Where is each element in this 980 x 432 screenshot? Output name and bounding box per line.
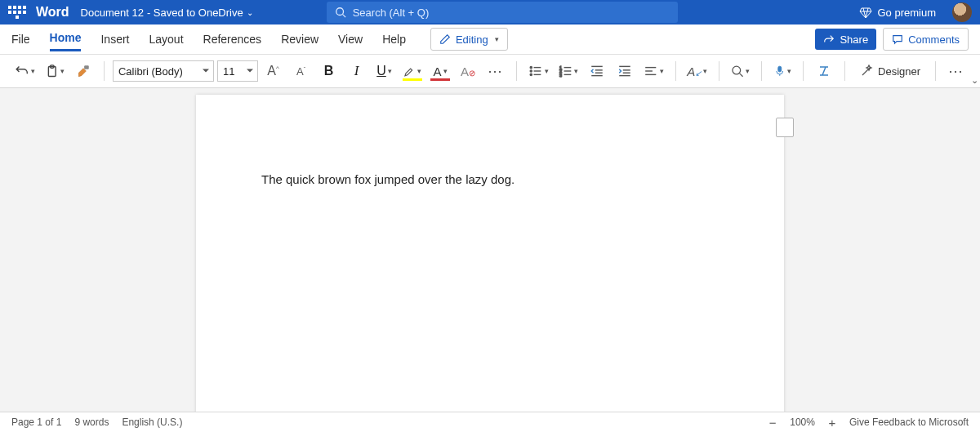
user-avatar[interactable] [952,2,972,22]
numbering-icon: 123 [559,64,573,78]
svg-text:3: 3 [559,73,562,78]
status-language[interactable]: English (U.S.) [122,416,182,428]
chevron-down-icon: ▾ [787,67,791,75]
svg-point-28 [733,66,741,74]
tab-layout[interactable]: Layout [149,29,183,49]
bullets-icon [528,64,543,78]
editor-button[interactable] [812,60,836,82]
ellipsis-icon: ⋯ [488,64,504,78]
zoom-out-button[interactable]: − [767,416,778,430]
zoom-in-button[interactable]: + [826,416,838,430]
italic-icon: I [354,63,359,79]
tab-references[interactable]: References [203,29,262,49]
editor-icon [817,65,831,78]
tab-view[interactable]: View [338,29,363,49]
tab-home[interactable]: Home [50,28,82,51]
comments-button[interactable]: Comments [883,28,969,51]
clipboard-icon [45,64,60,78]
ribbon-tab-row: File Home Insert Layout References Revie… [0,24,980,55]
decrease-font-button[interactable]: Aˇ [289,60,314,82]
more-font-options-button[interactable]: ⋯ [483,60,508,82]
align-button[interactable]: ▾ [640,60,667,82]
decrease-indent-button[interactable] [585,60,609,82]
highlight-color-bar [403,78,423,81]
document-body-text[interactable]: The quick brown fox jumped over the lazy… [261,172,719,186]
diamond-icon [859,6,872,19]
home-toolbar: ▾ ▾ Calibri (Body) 11 A^ Aˇ B I U ▾ ▾ [0,55,980,88]
designer-button[interactable]: Designer [853,60,927,82]
decrease-font-icon: Aˇ [296,65,305,78]
font-color-button[interactable]: A ▾ [428,60,452,82]
document-title[interactable]: Document 12 - Saved to OneDrive ⌄ [81,7,253,19]
share-button[interactable]: Share [815,29,876,50]
feedback-link[interactable]: Give Feedback to Microsoft [849,416,969,428]
status-bar: Page 1 of 1 9 words English (U.S.) − 100… [0,412,980,432]
chevron-down-icon: ▾ [495,35,499,43]
svg-point-0 [336,8,343,16]
italic-button[interactable]: I [345,60,369,82]
search-input[interactable]: Search (Alt + Q) [327,2,678,23]
align-left-icon [644,64,658,78]
highlight-color-button[interactable]: ▾ [400,60,425,82]
decrease-indent-icon [590,64,604,78]
increase-indent-button[interactable] [612,60,637,82]
tab-help[interactable]: Help [382,29,406,49]
chevron-down-icon: ▾ [443,67,448,75]
clear-formatting-button[interactable]: A⊘ [456,60,480,82]
find-button[interactable]: ▾ [728,60,753,82]
highlight-icon [403,65,416,78]
search-icon [731,65,744,78]
svg-rect-30 [777,66,781,72]
chevron-down-icon: ▾ [574,67,578,75]
increase-font-button[interactable]: A^ [261,60,286,82]
tab-review[interactable]: Review [281,29,318,49]
clipboard-button[interactable]: ▾ [42,60,69,82]
undo-button[interactable]: ▾ [11,60,38,82]
chevron-down-icon: ▾ [660,67,664,75]
svg-point-9 [530,73,532,75]
layout-options-handle[interactable] [776,118,794,137]
bold-button[interactable]: B [317,60,341,82]
dictate-button[interactable]: ▾ [770,60,795,82]
increase-font-icon: A^ [267,64,278,78]
page-sheet[interactable]: The quick brown fox jumped over the lazy… [196,95,784,412]
font-size-select[interactable]: 11 [217,60,258,82]
zoom-level[interactable]: 100% [790,416,815,428]
styles-button[interactable]: A↙ ▾ [684,60,711,82]
app-launcher-icon[interactable] [8,3,26,21]
go-premium-button[interactable]: Go premium [859,6,936,19]
ellipsis-icon: ⋯ [948,64,964,78]
svg-rect-4 [84,65,89,69]
svg-line-29 [740,73,743,77]
search-icon [335,7,346,18]
collapse-ribbon-button[interactable]: ⌄ [971,75,978,86]
document-canvas[interactable]: The quick brown fox jumped over the lazy… [0,88,980,412]
toolbar-overflow-button[interactable]: ⋯ [944,60,969,82]
status-word-count[interactable]: 9 words [74,416,109,428]
magic-wand-icon [860,65,873,78]
share-icon [823,33,835,45]
microphone-icon [773,65,786,78]
numbering-button[interactable]: 123 ▾ [555,60,582,82]
font-name-select[interactable]: Calibri (Body) [113,60,214,82]
format-painter-button[interactable] [71,60,96,82]
chevron-down-icon: ▾ [60,67,65,75]
chevron-down-icon: ▾ [746,67,750,75]
paintbrush-icon [76,64,91,78]
status-page[interactable]: Page 1 of 1 [11,416,61,428]
chevron-down-icon: ▾ [388,67,392,75]
undo-icon [15,64,29,78]
clear-formatting-icon: A⊘ [461,65,475,78]
svg-line-1 [342,15,345,18]
app-name: Word [36,5,69,20]
title-bar: Word Document 12 - Saved to OneDrive ⌄ S… [0,0,980,24]
tab-file[interactable]: File [11,29,30,49]
tab-insert[interactable]: Insert [100,29,129,49]
chevron-down-icon: ▾ [703,67,707,75]
underline-button[interactable]: U ▾ [372,60,397,82]
editing-mode-button[interactable]: Editing ▾ [430,28,508,51]
chevron-down-icon: ▾ [417,67,421,75]
chevron-down-icon: ▾ [31,67,35,75]
svg-point-7 [530,70,532,72]
bullets-button[interactable]: ▾ [525,60,552,82]
